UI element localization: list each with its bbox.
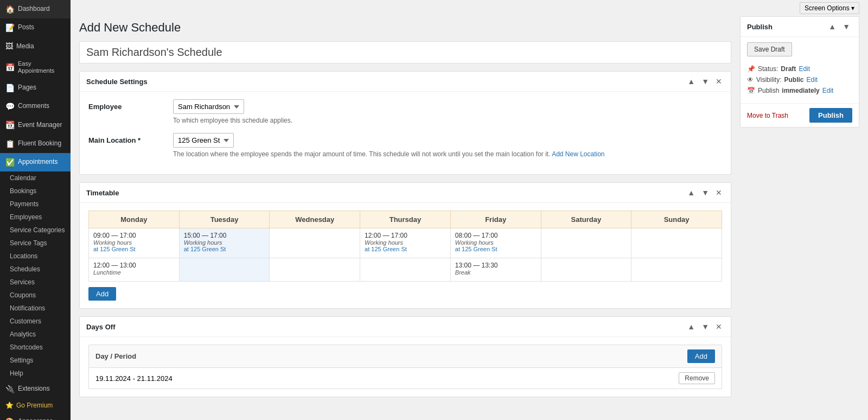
visibility-edit-link[interactable]: Edit xyxy=(806,76,818,84)
schedule-title-input[interactable] xyxy=(79,41,731,63)
sidebar-sub-services[interactable]: Services xyxy=(0,276,71,289)
content-area: Add New Schedule Schedule Settings ▲ ▼ ✕… xyxy=(71,16,868,420)
days-off-collapse-up[interactable]: ▲ xyxy=(685,321,697,332)
publish-box: Publish ▲ ▼ Save Draft 📌 Status: Draft E… xyxy=(740,16,859,128)
save-draft-button[interactable]: Save Draft xyxy=(747,42,792,56)
publish-time-icon: 📅 xyxy=(747,87,755,94)
sidebar-item-go-premium[interactable]: ⭐ Go Premium xyxy=(0,398,71,412)
move-to-trash-link[interactable]: Move to Trash xyxy=(747,112,788,119)
collapse-down-button[interactable]: ▼ xyxy=(699,76,711,87)
employee-hint: To which employee this schedule applies. xyxy=(173,117,722,124)
publish-footer: Move to Trash Publish xyxy=(741,103,859,127)
close-postbox-button[interactable]: ✕ xyxy=(713,76,724,87)
comments-icon: 💬 xyxy=(5,101,15,111)
tuesday-location-1: at 125 Green St xyxy=(184,246,265,252)
publish-button[interactable]: Publish xyxy=(809,108,852,123)
days-off-add-button[interactable]: Add xyxy=(687,349,715,363)
publish-time-edit-link[interactable]: Edit xyxy=(822,87,834,94)
fluent-booking-icon: 📋 xyxy=(5,139,15,149)
sidebar-sub-employees[interactable]: Employees xyxy=(0,211,71,224)
friday-location-1: at 125 Green St xyxy=(455,246,537,252)
sidebar-sub-service-categories[interactable]: Service Categories xyxy=(0,224,71,237)
timetable-collapse-up[interactable]: ▲ xyxy=(685,187,697,198)
timetable-add-button[interactable]: Add xyxy=(88,287,116,301)
days-off-header: Days Off ▲ ▼ ✕ xyxy=(80,317,731,337)
days-off-close[interactable]: ✕ xyxy=(713,321,724,332)
sidebar-sub-schedules[interactable]: Schedules xyxy=(0,263,71,276)
collapse-up-button[interactable]: ▲ xyxy=(685,76,697,87)
monday-block-1: 09:00 — 17:00 Working hours at 125 Green… xyxy=(93,232,175,252)
friday-cell-2: 13:00 — 13:30 Break xyxy=(450,258,541,282)
monday-block-2: 12:00 — 13:00 Lunchtime xyxy=(93,262,175,276)
friday-time-1: 08:00 — 17:00 xyxy=(455,232,537,239)
sidebar-item-pages[interactable]: 📄 Pages xyxy=(0,79,71,97)
tuesday-cell-2 xyxy=(179,258,270,282)
timetable-header: Timetable ▲ ▼ ✕ xyxy=(80,183,731,203)
sidebar-item-easy-appointments[interactable]: 📅 Easy Appointments xyxy=(0,56,71,79)
dashboard-icon: 🏠 xyxy=(5,4,15,14)
thursday-cell-1: 12:00 — 17:00 Working hours at 125 Green… xyxy=(360,228,451,258)
sidebar-sub-customers[interactable]: Customers xyxy=(0,315,71,328)
sidebar-item-appointments[interactable]: ✅ Appointments xyxy=(0,153,71,171)
sidebar-item-appearance[interactable]: 🎨 Appearance xyxy=(0,412,71,420)
sidebar-item-comments[interactable]: 💬 Comments xyxy=(0,97,71,116)
saturday-cell-2 xyxy=(541,258,631,282)
premium-icon: ⭐ xyxy=(5,402,14,409)
sidebar-sub-analytics[interactable]: Analytics xyxy=(0,328,71,341)
publish-collapse-up[interactable]: ▲ xyxy=(826,21,838,32)
sidebar-sub-bookings[interactable]: Bookings xyxy=(0,184,71,198)
sidebar-sub-coupons[interactable]: Coupons xyxy=(0,289,71,302)
days-off-collapse-down[interactable]: ▼ xyxy=(699,321,711,332)
sidebar-item-dashboard[interactable]: 🏠 Dashboard xyxy=(0,0,71,18)
sidebar-sub-locations[interactable]: Locations xyxy=(0,250,71,263)
days-off-remove-button-1[interactable]: Remove xyxy=(679,372,715,384)
publish-header-controls: ▲ ▼ xyxy=(826,21,852,32)
sidebar-sub-payments[interactable]: Payments xyxy=(0,198,71,211)
timetable-controls: ▲ ▼ ✕ xyxy=(685,187,724,198)
timetable-collapse-down[interactable]: ▼ xyxy=(699,187,711,198)
sidebar-item-event-manager[interactable]: 📆 Event Manager xyxy=(0,116,71,134)
publish-time-value: immediately xyxy=(782,87,819,94)
page-title: Add New Schedule xyxy=(79,16,731,35)
thursday-block-1: 12:00 — 17:00 Working hours at 125 Green… xyxy=(365,232,446,252)
extensions-icon: 🔌 xyxy=(5,384,15,394)
sidebar-item-extensions[interactable]: 🔌 Extensions xyxy=(0,380,71,398)
visibility-label: Visibility: xyxy=(756,76,781,84)
status-edit-link[interactable]: Edit xyxy=(799,65,810,73)
publish-visibility-row: 👁 Visibility: Public Edit xyxy=(747,76,852,84)
sidebar-sub-shortcodes[interactable]: Shortcodes xyxy=(0,341,71,354)
employee-field: Sam Richardson To which employee this sc… xyxy=(173,99,722,124)
col-wednesday: Wednesday xyxy=(270,211,360,228)
screen-options-button[interactable]: Screen Options ▾ xyxy=(800,2,859,14)
col-thursday: Thursday xyxy=(360,211,451,228)
sidebar-sub-help[interactable]: Help xyxy=(0,367,71,380)
location-label: Main Location * xyxy=(88,133,164,144)
sidebar-sub-calendar[interactable]: Calendar xyxy=(0,171,71,184)
days-off-controls: ▲ ▼ ✕ xyxy=(685,321,724,332)
page-content: Add New Schedule Schedule Settings ▲ ▼ ✕… xyxy=(79,16,731,411)
sidebar-sub-notifications[interactable]: Notifications xyxy=(0,302,71,315)
employee-label: Employee xyxy=(88,99,164,111)
monday-time-2: 12:00 — 13:00 xyxy=(93,262,175,269)
tuesday-time-1: 15:00 — 17:00 xyxy=(184,232,265,239)
tuesday-cell-1: 15:00 — 17:00 Working hours at 125 Green… xyxy=(179,228,270,258)
sidebar-item-fluent-booking[interactable]: 📋 Fluent Booking xyxy=(0,135,71,153)
add-new-location-link[interactable]: Add New Location xyxy=(552,150,604,158)
sidebar-sub-service-tags[interactable]: Service Tags xyxy=(0,237,71,250)
pages-icon: 📄 xyxy=(5,83,15,93)
schedule-settings-body: Employee Sam Richardson To which employe… xyxy=(80,92,731,174)
status-pin-icon: 📌 xyxy=(747,65,755,73)
sidebar-item-media[interactable]: 🖼 Media xyxy=(0,37,71,55)
schedule-settings-controls: ▲ ▼ ✕ xyxy=(685,76,724,87)
timetable-body: Monday Tuesday Wednesday Thursday Friday… xyxy=(80,203,731,308)
location-select[interactable]: 125 Green St xyxy=(173,133,234,148)
days-off-column-label: Day / Period xyxy=(95,352,136,360)
sidebar-item-posts[interactable]: 📝 Posts xyxy=(0,18,71,37)
sidebar-sub-settings[interactable]: Settings xyxy=(0,354,71,367)
publish-collapse-down[interactable]: ▼ xyxy=(840,21,852,32)
timetable-close[interactable]: ✕ xyxy=(713,187,724,198)
friday-time-2: 13:00 — 13:30 xyxy=(455,262,537,269)
friday-label-2: Break xyxy=(455,269,537,276)
employee-select[interactable]: Sam Richardson xyxy=(173,99,244,114)
col-sunday: Sunday xyxy=(631,211,722,228)
